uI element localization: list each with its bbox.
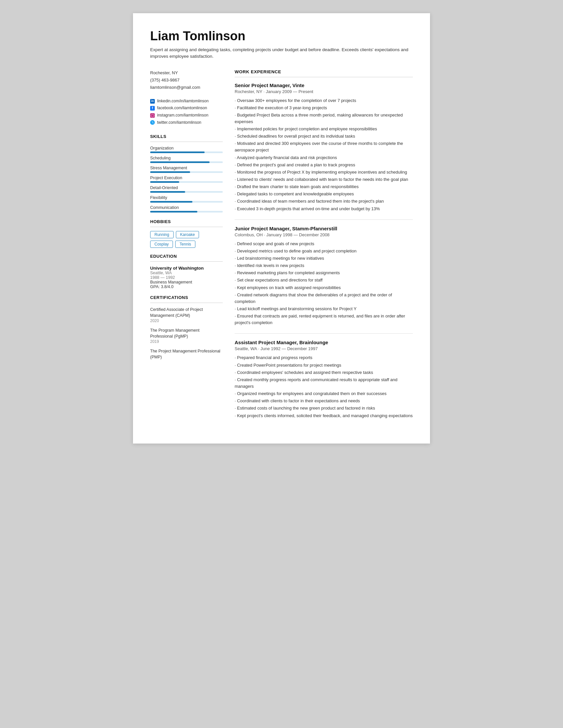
facebook-icon: f — [150, 106, 155, 111]
job-bullet: · Defined scope and goals of new project… — [235, 241, 413, 247]
cert-item: The Project Management Professional (PMP… — [150, 348, 223, 360]
edu-years: 1988 — 1992 — [150, 275, 223, 280]
hobby-tag: Karoake — [176, 231, 199, 238]
skills-list: Organization Scheduling Stress Managemen… — [150, 146, 223, 213]
skill-bar-bg — [150, 181, 223, 183]
social-twitter: 𝕏 twitter.com/liamtomlinson — [150, 119, 223, 126]
job-bullet: · Kept project's clients informed, solic… — [235, 413, 413, 419]
job-item: Junior Project Manager, Stamm-Pfannersti… — [235, 226, 413, 326]
job-bullet: · Identified risk levels in new projects — [235, 262, 413, 269]
linkedin-icon: in — [150, 99, 155, 104]
job-bullet: · Executed 3 in-depth projects that arri… — [235, 206, 413, 212]
hobbies-title: HOBBIES — [150, 219, 223, 224]
job-bullet: · Coordinated ideas of team members and … — [235, 198, 413, 205]
header-section: Liam Tomlinson Expert at assigning and d… — [150, 29, 413, 60]
skill-bar-fill — [150, 201, 192, 203]
contact-location: Rochester, NY — [150, 69, 223, 77]
skill-item: Detail-Oriented — [150, 185, 223, 193]
skills-section: SKILLS Organization Scheduling Stress Ma… — [150, 134, 223, 213]
job-bullet: · Organized meetings for employees and c… — [235, 390, 413, 397]
job-bullet: · Set clear expectations and directions … — [235, 277, 413, 283]
cert-name: The Program Management Professional (PgM… — [150, 328, 223, 339]
jobs-list: Senior Project Manager, Vinte Rochester,… — [235, 83, 413, 419]
job-bullet: · Motivated and directed 300 employees o… — [235, 140, 413, 153]
job-bullet: · Developed metrics used to define goals… — [235, 248, 413, 254]
job-bullet: · Budgeted Project Beta across a three m… — [235, 112, 413, 125]
job-bullet: · Coordinated employees' schedules and a… — [235, 369, 413, 376]
candidate-summary: Expert at assigning and delegating tasks… — [150, 47, 413, 60]
social-facebook: f facebook.com/liamtomlinson — [150, 105, 223, 112]
job-bullet: · Monitored the progress of Project X by… — [235, 169, 413, 176]
cert-year: 2020 — [150, 318, 223, 323]
skill-label: Organization — [150, 146, 223, 150]
skills-divider — [150, 142, 223, 142]
instagram-icon: ◯ — [150, 113, 155, 118]
job-bullet: · Reviewed marketing plans for completed… — [235, 270, 413, 276]
skill-bar-fill — [150, 191, 185, 193]
job-bullets: · Oversaw 300+ employees for the complet… — [235, 97, 413, 212]
job-bullet: · Scheduled deadlines for overall projec… — [235, 133, 413, 140]
contact-email: liamtomlinson@gmail.com — [150, 84, 223, 91]
certifications-list: Certified Associate of Project Managemen… — [150, 307, 223, 360]
job-item: Senior Project Manager, Vinte Rochester,… — [235, 83, 413, 212]
job-divider — [235, 333, 413, 334]
skill-bar-bg — [150, 201, 223, 203]
edu-university: University of Washington — [150, 266, 223, 271]
job-meta: Seattle, WA · June 1992 — December 1997 — [235, 346, 413, 351]
job-bullet: · Prepared financial and progress report… — [235, 354, 413, 361]
sidebar: Rochester, NY (375) 463-9867 liamtomlins… — [150, 69, 223, 426]
cert-item: Certified Associate of Project Managemen… — [150, 307, 223, 323]
job-bullets: · Defined scope and goals of new project… — [235, 241, 413, 326]
certifications-divider — [150, 303, 223, 303]
facebook-url: facebook.com/liamtomlinson — [157, 105, 207, 112]
twitter-url: twitter.com/liamtomlinson — [157, 119, 201, 126]
certifications-title: CERTIFICATIONS — [150, 295, 223, 300]
job-bullet: · Created PowerPoint presentations for p… — [235, 362, 413, 369]
job-bullet: · Led brainstorming meetings for new ini… — [235, 255, 413, 262]
job-bullet: · Created network diagrams that show the… — [235, 292, 413, 305]
edu-field: Business Management — [150, 280, 223, 284]
skill-bar-bg — [150, 161, 223, 163]
education-divider — [150, 261, 223, 262]
skill-bar-bg — [150, 191, 223, 193]
cert-name: Certified Associate of Project Managemen… — [150, 307, 223, 318]
job-bullet: · Delegated tasks to competent and knowl… — [235, 191, 413, 197]
work-divider — [235, 77, 413, 77]
job-bullet: · Created monthly progress reports and c… — [235, 377, 413, 390]
hobby-tag: Tennis — [175, 241, 195, 248]
skill-bar-fill — [150, 171, 190, 173]
skills-title: SKILLS — [150, 134, 223, 139]
job-bullet: · Analyzed quarterly financial data and … — [235, 154, 413, 161]
skill-bar-fill — [150, 211, 197, 213]
job-bullet: · Coordinated with clients to factor in … — [235, 398, 413, 404]
skill-bar-bg — [150, 211, 223, 213]
job-bullet: · Listened to clients' needs and collabo… — [235, 176, 413, 183]
skill-item: Flexibility — [150, 195, 223, 203]
job-bullet: · Kept employees on track with assigned … — [235, 284, 413, 291]
skill-bar-fill — [150, 151, 205, 153]
job-bullets: · Prepared financial and progress report… — [235, 354, 413, 419]
body-layout: Rochester, NY (375) 463-9867 liamtomlins… — [150, 69, 413, 426]
edu-gpa: GPA: 3.8/4.0 — [150, 284, 223, 289]
education-section: EDUCATION University of Washington Seatt… — [150, 254, 223, 289]
job-meta: Rochester, NY · January 2009 — Present — [235, 89, 413, 94]
skill-bar-bg — [150, 151, 223, 153]
skill-item: Organization — [150, 146, 223, 153]
job-bullet: · Ensured that contracts are paid, rente… — [235, 313, 413, 326]
skill-item: Scheduling — [150, 156, 223, 163]
job-bullet: · Oversaw 300+ employees for the complet… — [235, 97, 413, 104]
skill-item: Communication — [150, 205, 223, 213]
skill-label: Project Execution — [150, 176, 223, 180]
certifications-section: CERTIFICATIONS Certified Associate of Pr… — [150, 295, 223, 360]
resume-document: Liam Tomlinson Expert at assigning and d… — [133, 13, 430, 444]
social-instagram: ◯ instagram.com/liamtomlinson — [150, 112, 223, 119]
cert-name: The Project Management Professional (PMP… — [150, 348, 223, 360]
skill-label: Stress Management — [150, 166, 223, 170]
hobbies-section: HOBBIES RunningKaroakeCosplayTennis — [150, 219, 223, 248]
instagram-url: instagram.com/liamtomlinson — [157, 112, 208, 119]
skill-bar-fill — [150, 181, 179, 183]
job-bullet: · Drafted the team charter to state team… — [235, 183, 413, 190]
skill-label: Flexibility — [150, 195, 223, 200]
job-divider — [235, 219, 413, 220]
hobby-tag: Running — [150, 231, 174, 238]
